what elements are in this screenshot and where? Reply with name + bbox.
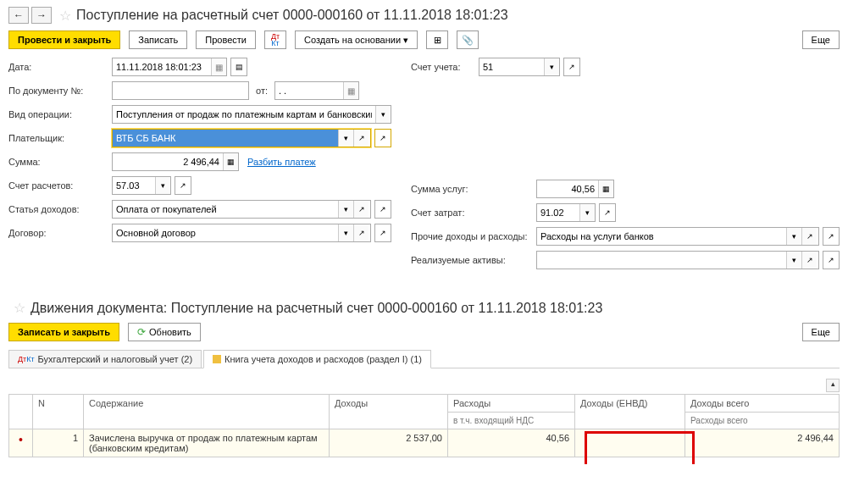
sum-field[interactable]: ▦ <box>112 152 239 171</box>
contract-dropdown-icon[interactable]: ▾ <box>338 224 353 241</box>
tabs: ДтКт Бухгалтерский и налоговый учет (2) … <box>8 350 840 368</box>
doc-num-field[interactable] <box>112 81 249 100</box>
cost-acc-label: Счет затрат: <box>411 208 536 218</box>
sum-calc-icon[interactable]: ▦ <box>223 153 238 170</box>
date-input[interactable] <box>113 58 211 75</box>
account-dropdown-icon[interactable]: ▾ <box>544 58 559 75</box>
section2-header: ☆ Движения документа: Поступление на рас… <box>8 300 840 316</box>
attachment-icon-button[interactable]: 📎 <box>457 30 479 49</box>
assets-open-icon[interactable]: ↗ <box>801 252 817 269</box>
payer-input[interactable] <box>113 130 338 147</box>
section2-star-icon[interactable]: ☆ <box>14 300 25 316</box>
settle-acc-input[interactable] <box>113 177 155 194</box>
assets-ext-button[interactable]: ↗ <box>823 251 840 269</box>
account-label: Счет учета: <box>411 62 479 72</box>
from-date-field[interactable]: ▦ <box>274 81 359 100</box>
book-tab-icon <box>213 355 221 363</box>
payer-dropdown-icon[interactable]: ▾ <box>338 130 353 147</box>
settle-acc-field[interactable]: ▾ <box>112 176 171 195</box>
col-content: Содержание <box>84 395 330 429</box>
cost-acc-field[interactable]: ▾ <box>536 203 596 222</box>
row-content: Зачислена выручка от продаж по платежным… <box>84 429 330 457</box>
services-sum-input[interactable] <box>537 180 598 197</box>
tab-accounting[interactable]: ДтКт Бухгалтерский и налоговый учет (2) <box>8 350 202 368</box>
payer-ext-button[interactable]: ↗ <box>374 129 391 147</box>
refresh-icon: ⟳ <box>137 326 146 338</box>
nav-back-button[interactable]: ← <box>8 7 29 24</box>
account-field[interactable]: ▾ <box>479 58 560 76</box>
row-income: 2 537,00 <box>330 429 448 457</box>
cost-acc-dropdown-icon[interactable]: ▾ <box>579 204 595 221</box>
payer-open-icon[interactable]: ↗ <box>353 130 369 147</box>
structure-icon-button[interactable]: ⊞ <box>426 30 448 49</box>
date-ext-icon[interactable]: ▤ <box>230 58 247 76</box>
scroll-up-icon[interactable]: ▴ <box>826 379 840 392</box>
payer-label: Плательщик: <box>8 133 112 143</box>
post-and-close-button[interactable]: Провести и закрыть <box>8 30 120 49</box>
income-item-field[interactable]: ▾ ↗ <box>112 200 371 219</box>
contract-open-icon[interactable]: ↗ <box>353 224 369 241</box>
other-ext-button[interactable]: ↗ <box>823 227 840 246</box>
other-field[interactable]: ▾ ↗ <box>536 227 819 246</box>
cost-acc-ext-button[interactable]: ↗ <box>599 203 616 222</box>
other-open-icon[interactable]: ↗ <box>801 228 817 245</box>
post-button[interactable]: Провести <box>196 30 256 49</box>
assets-field[interactable]: ▾ ↗ <box>536 251 819 269</box>
row-expense: 40,56 <box>448 429 575 457</box>
write-button[interactable]: Записать <box>129 30 187 49</box>
services-sum-field[interactable]: ▦ <box>536 180 614 198</box>
date-field[interactable]: ▦ <box>112 58 227 76</box>
create-based-on-button[interactable]: Создать на основании ▾ <box>295 30 418 49</box>
income-item-input[interactable] <box>113 201 338 218</box>
assets-label: Реализуемые активы: <box>411 255 536 265</box>
assets-input[interactable] <box>537 252 786 269</box>
payer-field[interactable]: ▾ ↗ <box>112 129 371 147</box>
contract-field[interactable]: ▾ ↗ <box>112 224 371 242</box>
tab-income-book[interactable]: Книга учета доходов и расходов (раздел I… <box>203 350 431 368</box>
settle-acc-dropdown-icon[interactable]: ▾ <box>155 177 170 194</box>
section2-toolbar: Записать и закрыть ⟳Обновить Еще <box>8 323 840 341</box>
contract-ext-button[interactable]: ↗ <box>374 224 391 242</box>
from-calendar-icon[interactable]: ▦ <box>343 82 358 99</box>
sum-label: Сумма: <box>8 157 112 167</box>
income-item-open-icon[interactable]: ↗ <box>353 201 369 218</box>
col-vat: в т.ч. входящий НДС <box>448 413 575 429</box>
settle-acc-ext-button[interactable]: ↗ <box>175 176 191 195</box>
col-income-total: Доходы всего <box>685 395 840 413</box>
from-label: от: <box>256 86 268 96</box>
cost-acc-input[interactable] <box>537 204 579 221</box>
more-button[interactable]: Еще <box>802 30 840 49</box>
movements-table: N Содержание Доходы Расходы Доходы (ЕНВД… <box>8 394 840 457</box>
nav-forward-button[interactable]: → <box>31 7 52 24</box>
doc-num-input[interactable] <box>113 82 248 99</box>
account-ext-button[interactable]: ↗ <box>563 58 580 76</box>
sum-input[interactable] <box>113 153 223 170</box>
other-label: Прочие доходы и расходы: <box>411 231 536 241</box>
section2-more-button[interactable]: Еще <box>802 323 840 341</box>
op-type-field[interactable]: ▾ <box>112 105 391 124</box>
table-area: ▴ N Содержание Доходы Расходы Доходы (ЕН… <box>8 394 840 457</box>
income-item-label: Статья доходов: <box>8 204 112 214</box>
split-payment-link[interactable]: Разбить платеж <box>247 157 316 167</box>
op-type-input[interactable] <box>113 106 375 123</box>
refresh-button[interactable]: ⟳Обновить <box>128 323 201 341</box>
date-label: Дата: <box>8 62 112 72</box>
other-input[interactable] <box>537 228 786 245</box>
income-item-ext-button[interactable]: ↗ <box>374 200 391 219</box>
services-sum-calc-icon[interactable]: ▦ <box>598 180 613 197</box>
row-n: 1 <box>33 429 84 457</box>
main-toolbar: Провести и закрыть Записать Провести ДтК… <box>8 30 840 49</box>
calendar-icon[interactable]: ▦ <box>211 58 226 75</box>
dtk-icon-button[interactable]: ДтКт <box>264 30 286 49</box>
page-title: Поступление на расчетный счет 0000-00016… <box>76 8 508 23</box>
income-item-dropdown-icon[interactable]: ▾ <box>338 201 353 218</box>
op-type-dropdown-icon[interactable]: ▾ <box>375 106 391 123</box>
from-date-input[interactable] <box>275 82 343 99</box>
write-close-button[interactable]: Записать и закрыть <box>8 323 119 341</box>
assets-dropdown-icon[interactable]: ▾ <box>786 252 801 269</box>
table-row[interactable]: • 1 Зачислена выручка от продаж по плате… <box>9 429 840 457</box>
other-dropdown-icon[interactable]: ▾ <box>786 228 801 245</box>
contract-input[interactable] <box>113 224 338 241</box>
account-input[interactable] <box>479 58 544 75</box>
favorite-star-icon[interactable]: ☆ <box>59 8 71 24</box>
